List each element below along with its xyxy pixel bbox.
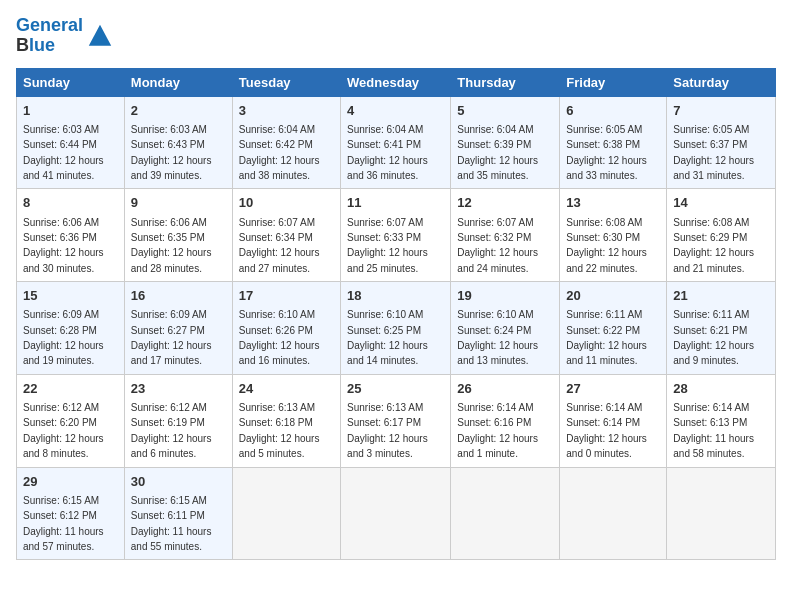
calendar-cell: 12 Sunrise: 6:07 AMSunset: 6:32 PMDaylig… (451, 189, 560, 282)
page-header: GeneralBlue (16, 16, 776, 56)
calendar-cell: 6 Sunrise: 6:05 AMSunset: 6:38 PMDayligh… (560, 96, 667, 189)
day-number: 25 (347, 380, 444, 398)
calendar-cell: 30 Sunrise: 6:15 AMSunset: 6:11 PMDaylig… (124, 467, 232, 560)
calendar-cell: 28 Sunrise: 6:14 AMSunset: 6:13 PMDaylig… (667, 374, 776, 467)
day-number: 29 (23, 473, 118, 491)
day-number: 6 (566, 102, 660, 120)
day-info: Sunrise: 6:08 AMSunset: 6:29 PMDaylight:… (673, 217, 754, 274)
day-number: 3 (239, 102, 334, 120)
weekday-header-friday: Friday (560, 68, 667, 96)
day-info: Sunrise: 6:04 AMSunset: 6:42 PMDaylight:… (239, 124, 320, 181)
calendar-cell: 22 Sunrise: 6:12 AMSunset: 6:20 PMDaylig… (17, 374, 125, 467)
day-number: 10 (239, 194, 334, 212)
weekday-header-sunday: Sunday (17, 68, 125, 96)
calendar-cell (560, 467, 667, 560)
day-info: Sunrise: 6:11 AMSunset: 6:22 PMDaylight:… (566, 309, 647, 366)
calendar-cell: 25 Sunrise: 6:13 AMSunset: 6:17 PMDaylig… (341, 374, 451, 467)
calendar-cell: 13 Sunrise: 6:08 AMSunset: 6:30 PMDaylig… (560, 189, 667, 282)
day-info: Sunrise: 6:09 AMSunset: 6:28 PMDaylight:… (23, 309, 104, 366)
calendar-cell: 16 Sunrise: 6:09 AMSunset: 6:27 PMDaylig… (124, 282, 232, 375)
weekday-header-tuesday: Tuesday (232, 68, 340, 96)
day-number: 11 (347, 194, 444, 212)
logo: GeneralBlue (16, 16, 114, 56)
calendar-cell: 10 Sunrise: 6:07 AMSunset: 6:34 PMDaylig… (232, 189, 340, 282)
day-number: 7 (673, 102, 769, 120)
day-number: 4 (347, 102, 444, 120)
calendar-cell: 9 Sunrise: 6:06 AMSunset: 6:35 PMDayligh… (124, 189, 232, 282)
day-number: 27 (566, 380, 660, 398)
day-number: 1 (23, 102, 118, 120)
day-number: 9 (131, 194, 226, 212)
day-number: 15 (23, 287, 118, 305)
day-number: 14 (673, 194, 769, 212)
day-info: Sunrise: 6:06 AMSunset: 6:35 PMDaylight:… (131, 217, 212, 274)
day-info: Sunrise: 6:13 AMSunset: 6:18 PMDaylight:… (239, 402, 320, 459)
calendar-cell (341, 467, 451, 560)
calendar-cell: 20 Sunrise: 6:11 AMSunset: 6:22 PMDaylig… (560, 282, 667, 375)
logo-text: GeneralBlue (16, 16, 83, 56)
calendar-cell: 4 Sunrise: 6:04 AMSunset: 6:41 PMDayligh… (341, 96, 451, 189)
weekday-header-monday: Monday (124, 68, 232, 96)
day-info: Sunrise: 6:11 AMSunset: 6:21 PMDaylight:… (673, 309, 754, 366)
weekday-header-thursday: Thursday (451, 68, 560, 96)
day-info: Sunrise: 6:10 AMSunset: 6:26 PMDaylight:… (239, 309, 320, 366)
day-info: Sunrise: 6:14 AMSunset: 6:14 PMDaylight:… (566, 402, 647, 459)
day-number: 26 (457, 380, 553, 398)
day-info: Sunrise: 6:13 AMSunset: 6:17 PMDaylight:… (347, 402, 428, 459)
day-number: 12 (457, 194, 553, 212)
logo-icon (86, 22, 114, 50)
calendar-cell: 1 Sunrise: 6:03 AMSunset: 6:44 PMDayligh… (17, 96, 125, 189)
day-number: 20 (566, 287, 660, 305)
day-info: Sunrise: 6:05 AMSunset: 6:37 PMDaylight:… (673, 124, 754, 181)
day-info: Sunrise: 6:10 AMSunset: 6:24 PMDaylight:… (457, 309, 538, 366)
day-info: Sunrise: 6:07 AMSunset: 6:33 PMDaylight:… (347, 217, 428, 274)
day-info: Sunrise: 6:10 AMSunset: 6:25 PMDaylight:… (347, 309, 428, 366)
day-info: Sunrise: 6:04 AMSunset: 6:39 PMDaylight:… (457, 124, 538, 181)
calendar-cell: 15 Sunrise: 6:09 AMSunset: 6:28 PMDaylig… (17, 282, 125, 375)
day-number: 21 (673, 287, 769, 305)
calendar-table: SundayMondayTuesdayWednesdayThursdayFrid… (16, 68, 776, 561)
calendar-cell: 26 Sunrise: 6:14 AMSunset: 6:16 PMDaylig… (451, 374, 560, 467)
day-info: Sunrise: 6:06 AMSunset: 6:36 PMDaylight:… (23, 217, 104, 274)
day-info: Sunrise: 6:04 AMSunset: 6:41 PMDaylight:… (347, 124, 428, 181)
calendar-cell (232, 467, 340, 560)
calendar-cell: 14 Sunrise: 6:08 AMSunset: 6:29 PMDaylig… (667, 189, 776, 282)
day-info: Sunrise: 6:14 AMSunset: 6:16 PMDaylight:… (457, 402, 538, 459)
day-info: Sunrise: 6:03 AMSunset: 6:43 PMDaylight:… (131, 124, 212, 181)
day-info: Sunrise: 6:15 AMSunset: 6:12 PMDaylight:… (23, 495, 104, 552)
day-number: 16 (131, 287, 226, 305)
day-number: 28 (673, 380, 769, 398)
day-info: Sunrise: 6:05 AMSunset: 6:38 PMDaylight:… (566, 124, 647, 181)
calendar-cell: 19 Sunrise: 6:10 AMSunset: 6:24 PMDaylig… (451, 282, 560, 375)
day-info: Sunrise: 6:03 AMSunset: 6:44 PMDaylight:… (23, 124, 104, 181)
day-number: 8 (23, 194, 118, 212)
calendar-cell: 7 Sunrise: 6:05 AMSunset: 6:37 PMDayligh… (667, 96, 776, 189)
weekday-header-wednesday: Wednesday (341, 68, 451, 96)
calendar-cell: 11 Sunrise: 6:07 AMSunset: 6:33 PMDaylig… (341, 189, 451, 282)
day-number: 13 (566, 194, 660, 212)
day-info: Sunrise: 6:08 AMSunset: 6:30 PMDaylight:… (566, 217, 647, 274)
day-number: 30 (131, 473, 226, 491)
calendar-cell: 24 Sunrise: 6:13 AMSunset: 6:18 PMDaylig… (232, 374, 340, 467)
day-info: Sunrise: 6:12 AMSunset: 6:20 PMDaylight:… (23, 402, 104, 459)
day-info: Sunrise: 6:07 AMSunset: 6:34 PMDaylight:… (239, 217, 320, 274)
calendar-cell: 5 Sunrise: 6:04 AMSunset: 6:39 PMDayligh… (451, 96, 560, 189)
calendar-cell: 29 Sunrise: 6:15 AMSunset: 6:12 PMDaylig… (17, 467, 125, 560)
day-info: Sunrise: 6:07 AMSunset: 6:32 PMDaylight:… (457, 217, 538, 274)
day-info: Sunrise: 6:12 AMSunset: 6:19 PMDaylight:… (131, 402, 212, 459)
day-number: 17 (239, 287, 334, 305)
day-info: Sunrise: 6:09 AMSunset: 6:27 PMDaylight:… (131, 309, 212, 366)
day-number: 5 (457, 102, 553, 120)
calendar-cell: 3 Sunrise: 6:04 AMSunset: 6:42 PMDayligh… (232, 96, 340, 189)
day-info: Sunrise: 6:15 AMSunset: 6:11 PMDaylight:… (131, 495, 212, 552)
calendar-cell: 21 Sunrise: 6:11 AMSunset: 6:21 PMDaylig… (667, 282, 776, 375)
weekday-header-saturday: Saturday (667, 68, 776, 96)
calendar-cell (451, 467, 560, 560)
calendar-cell: 23 Sunrise: 6:12 AMSunset: 6:19 PMDaylig… (124, 374, 232, 467)
day-number: 18 (347, 287, 444, 305)
day-number: 23 (131, 380, 226, 398)
calendar-cell: 18 Sunrise: 6:10 AMSunset: 6:25 PMDaylig… (341, 282, 451, 375)
day-number: 2 (131, 102, 226, 120)
day-info: Sunrise: 6:14 AMSunset: 6:13 PMDaylight:… (673, 402, 754, 459)
svg-marker-0 (89, 25, 111, 46)
